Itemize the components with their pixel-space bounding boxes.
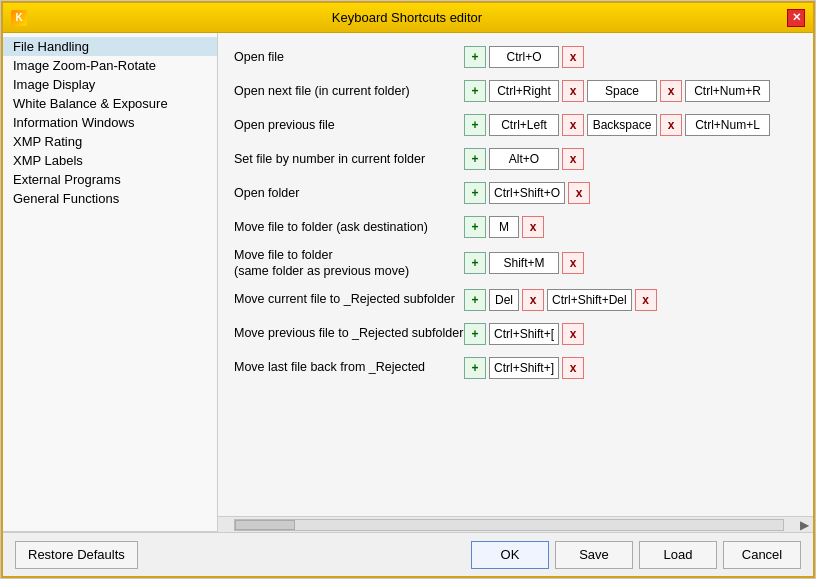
sidebar-item-xmp-labels[interactable]: XMP Labels xyxy=(3,151,217,170)
shortcut-label-7: Move current file to _Rejected subfolder xyxy=(234,291,464,307)
shortcut-label-9: Move last file back from _Rejected xyxy=(234,359,464,375)
del-binding-button-3-2[interactable]: x xyxy=(562,148,584,170)
sidebar-item-image-display[interactable]: Image Display xyxy=(3,75,217,94)
save-button[interactable]: Save xyxy=(555,541,633,569)
del-binding-button-5-2[interactable]: x xyxy=(522,216,544,238)
key-badge-2-5: Ctrl+Num+L xyxy=(685,114,770,136)
add-binding-button-8-0[interactable]: + xyxy=(464,323,486,345)
shortcut-bindings-1: +Ctrl+RightxSpacexCtrl+Num+R xyxy=(464,80,770,102)
shortcut-row-5: Move file to folder (ask destination)+Mx xyxy=(234,213,797,241)
shortcut-row-7: Move current file to _Rejected subfolder… xyxy=(234,286,797,314)
shortcut-bindings-0: +Ctrl+Ox xyxy=(464,46,584,68)
scrollbar-track[interactable] xyxy=(234,519,784,531)
sidebar-item-file-handling[interactable]: File Handling xyxy=(3,37,217,56)
shortcut-bindings-6: +Shift+Mx xyxy=(464,252,584,274)
sidebar-item-white-balance--exposure[interactable]: White Balance & Exposure xyxy=(3,94,217,113)
add-binding-button-6-0[interactable]: + xyxy=(464,252,486,274)
key-badge-1-5: Ctrl+Num+R xyxy=(685,80,770,102)
scrollbar-thumb[interactable] xyxy=(235,520,295,530)
shortcut-bindings-3: +Alt+Ox xyxy=(464,148,584,170)
shortcut-row-9: Move last file back from _Rejected+Ctrl+… xyxy=(234,354,797,382)
del-binding-button-4-2[interactable]: x xyxy=(568,182,590,204)
title-bar: K Keyboard Shortcuts editor ✕ xyxy=(3,3,813,33)
del-binding-button-1-4[interactable]: x xyxy=(660,80,682,102)
shortcuts-container[interactable]: Open file+Ctrl+OxOpen next file (in curr… xyxy=(218,33,813,516)
ok-button[interactable]: OK xyxy=(471,541,549,569)
sidebar-item-image-zoom-pan-rotate[interactable]: Image Zoom-Pan-Rotate xyxy=(3,56,217,75)
del-binding-button-0-2[interactable]: x xyxy=(562,46,584,68)
sidebar-item-information-windows[interactable]: Information Windows xyxy=(3,113,217,132)
shortcut-bindings-5: +Mx xyxy=(464,216,544,238)
scroll-right-arrow[interactable]: ▶ xyxy=(800,518,813,532)
add-binding-button-7-0[interactable]: + xyxy=(464,289,486,311)
key-badge-1-1: Ctrl+Right xyxy=(489,80,559,102)
shortcut-row-2: Open previous file+Ctrl+LeftxBackspacexC… xyxy=(234,111,797,139)
shortcut-bindings-7: +DelxCtrl+Shift+Delx xyxy=(464,289,657,311)
shortcut-label-5: Move file to folder (ask destination) xyxy=(234,219,464,235)
sidebar-item-general-functions[interactable]: General Functions xyxy=(3,189,217,208)
cancel-button[interactable]: Cancel xyxy=(723,541,801,569)
load-button[interactable]: Load xyxy=(639,541,717,569)
shortcut-label-3: Set file by number in current folder xyxy=(234,151,464,167)
shortcut-bindings-8: +Ctrl+Shift+[x xyxy=(464,323,584,345)
shortcut-row-3: Set file by number in current folder+Alt… xyxy=(234,145,797,173)
main-area: Open file+Ctrl+OxOpen next file (in curr… xyxy=(218,33,813,532)
del-binding-button-7-2[interactable]: x xyxy=(522,289,544,311)
del-binding-button-7-4[interactable]: x xyxy=(635,289,657,311)
key-badge-7-3: Ctrl+Shift+Del xyxy=(547,289,632,311)
shortcut-label-6: Move file to folder(same folder as previ… xyxy=(234,247,464,280)
shortcut-label-1: Open next file (in current folder) xyxy=(234,83,464,99)
shortcut-label-2: Open previous file xyxy=(234,117,464,133)
keyboard-shortcuts-window: K Keyboard Shortcuts editor ✕ File Handl… xyxy=(1,1,815,578)
add-binding-button-0-0[interactable]: + xyxy=(464,46,486,68)
add-binding-button-2-0[interactable]: + xyxy=(464,114,486,136)
del-binding-button-6-2[interactable]: x xyxy=(562,252,584,274)
key-badge-1-3: Space xyxy=(587,80,657,102)
key-badge-5-1: M xyxy=(489,216,519,238)
footer: Restore Defaults OK Save Load Cancel xyxy=(3,532,813,576)
sidebar-item-external-programs[interactable]: External Programs xyxy=(3,170,217,189)
del-binding-button-2-4[interactable]: x xyxy=(660,114,682,136)
shortcut-label-8: Move previous file to _Rejected subfolde… xyxy=(234,325,464,341)
add-binding-button-1-0[interactable]: + xyxy=(464,80,486,102)
shortcut-row-0: Open file+Ctrl+Ox xyxy=(234,43,797,71)
horizontal-scrollbar[interactable]: ▶ xyxy=(218,516,813,532)
restore-defaults-button[interactable]: Restore Defaults xyxy=(15,541,138,569)
shortcut-bindings-9: +Ctrl+Shift+]x xyxy=(464,357,584,379)
key-badge-2-3: Backspace xyxy=(587,114,657,136)
key-badge-8-1: Ctrl+Shift+[ xyxy=(489,323,559,345)
add-binding-button-5-0[interactable]: + xyxy=(464,216,486,238)
window-title: Keyboard Shortcuts editor xyxy=(27,10,787,25)
footer-left: Restore Defaults xyxy=(15,541,138,569)
key-badge-9-1: Ctrl+Shift+] xyxy=(489,357,559,379)
content-area: File HandlingImage Zoom-Pan-RotateImage … xyxy=(3,33,813,532)
sidebar: File HandlingImage Zoom-Pan-RotateImage … xyxy=(3,33,218,532)
shortcut-label-4: Open folder xyxy=(234,185,464,201)
del-binding-button-2-2[interactable]: x xyxy=(562,114,584,136)
del-binding-button-1-2[interactable]: x xyxy=(562,80,584,102)
shortcut-row-8: Move previous file to _Rejected subfolde… xyxy=(234,320,797,348)
shortcut-label-0: Open file xyxy=(234,49,464,65)
key-badge-2-1: Ctrl+Left xyxy=(489,114,559,136)
del-binding-button-9-2[interactable]: x xyxy=(562,357,584,379)
shortcut-bindings-2: +Ctrl+LeftxBackspacexCtrl+Num+L xyxy=(464,114,770,136)
add-binding-button-9-0[interactable]: + xyxy=(464,357,486,379)
footer-right: OK Save Load Cancel xyxy=(471,541,801,569)
key-badge-0-1: Ctrl+O xyxy=(489,46,559,68)
shortcut-row-4: Open folder+Ctrl+Shift+Ox xyxy=(234,179,797,207)
close-button[interactable]: ✕ xyxy=(787,9,805,27)
add-binding-button-3-0[interactable]: + xyxy=(464,148,486,170)
shortcut-bindings-4: +Ctrl+Shift+Ox xyxy=(464,182,590,204)
sidebar-item-xmp-rating[interactable]: XMP Rating xyxy=(3,132,217,151)
shortcut-row-6: Move file to folder(same folder as previ… xyxy=(234,247,797,280)
key-badge-4-1: Ctrl+Shift+O xyxy=(489,182,565,204)
key-badge-3-1: Alt+O xyxy=(489,148,559,170)
shortcut-row-1: Open next file (in current folder)+Ctrl+… xyxy=(234,77,797,105)
app-icon: K xyxy=(11,10,27,26)
add-binding-button-4-0[interactable]: + xyxy=(464,182,486,204)
del-binding-button-8-2[interactable]: x xyxy=(562,323,584,345)
key-badge-6-1: Shift+M xyxy=(489,252,559,274)
key-badge-7-1: Del xyxy=(489,289,519,311)
